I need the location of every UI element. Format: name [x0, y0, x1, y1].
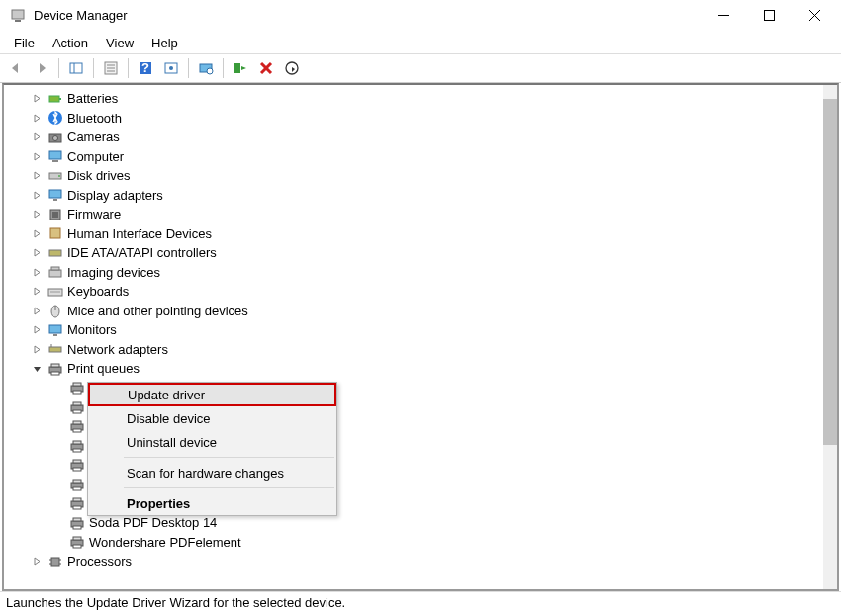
expand-icon[interactable]: [30, 226, 44, 240]
svg-rect-54: [73, 402, 81, 405]
printer-icon: [69, 495, 85, 511]
svg-rect-69: [73, 498, 81, 501]
uninstall-device-button[interactable]: [254, 56, 278, 80]
svg-rect-61: [73, 449, 81, 452]
tree-category[interactable]: Bluetooth: [30, 109, 823, 129]
show-hide-tree-button[interactable]: [64, 56, 88, 80]
expand-icon[interactable]: [30, 265, 44, 279]
tree-category[interactable]: Cameras: [30, 128, 823, 147]
svg-rect-23: [59, 98, 61, 100]
bluetooth-icon: [47, 110, 63, 126]
tree-category[interactable]: Disk drives: [30, 166, 823, 186]
category-label: Disk drives: [67, 168, 131, 183]
tree-device[interactable]: Wondershare PDFelement: [30, 533, 823, 553]
expand-icon[interactable]: [30, 304, 44, 317]
expand-icon[interactable]: [30, 342, 44, 356]
device-tree-panel: BatteriesBluetoothCamerasComputerDisk dr…: [2, 83, 839, 591]
svg-rect-3: [764, 11, 774, 21]
tree-category[interactable]: Keyboards: [30, 282, 823, 302]
scan-hardware-button[interactable]: [194, 56, 218, 80]
action-button[interactable]: [159, 56, 183, 80]
spacer: [51, 419, 65, 433]
close-button[interactable]: [792, 1, 837, 31]
tree-category[interactable]: Network adapters: [30, 340, 823, 360]
category-label: Display adapters: [67, 188, 163, 203]
expand-icon[interactable]: [30, 208, 44, 221]
expand-icon[interactable]: [30, 92, 44, 106]
tree-category[interactable]: Mice and other pointing devices: [30, 302, 823, 321]
minimize-button[interactable]: [701, 1, 746, 31]
category-label: Batteries: [67, 91, 118, 106]
svg-rect-70: [73, 506, 81, 509]
expand-icon[interactable]: [30, 188, 44, 202]
spacer: [51, 458, 65, 472]
svg-rect-22: [49, 96, 59, 102]
expand-icon[interactable]: [30, 323, 44, 337]
svg-point-26: [53, 135, 58, 140]
hid-icon: [47, 225, 63, 241]
spacer: [51, 496, 65, 510]
statusbar: Launches the Update Driver Wizard for th…: [0, 591, 841, 613]
expand-icon[interactable]: [30, 111, 44, 125]
menu-help[interactable]: Help: [143, 34, 186, 52]
expand-icon[interactable]: [30, 246, 44, 260]
enable-device-button[interactable]: [229, 56, 252, 80]
toolbar-separator: [188, 58, 189, 78]
printer-icon: [47, 361, 63, 377]
menu-action[interactable]: Action: [45, 34, 96, 52]
svg-rect-57: [73, 421, 81, 424]
expand-icon[interactable]: [30, 169, 44, 183]
context-menu-item[interactable]: Scan for hardware changes: [88, 461, 336, 484]
svg-rect-36: [49, 250, 61, 256]
expand-icon[interactable]: [30, 149, 44, 163]
menu-view[interactable]: View: [98, 34, 141, 52]
expand-icon[interactable]: [30, 285, 44, 299]
help-button[interactable]: ?: [134, 56, 157, 80]
tree-category[interactable]: IDE ATA/ATAPI controllers: [30, 243, 823, 263]
disk-icon: [47, 168, 63, 184]
context-menu-item[interactable]: Uninstall device: [88, 430, 336, 454]
back-button[interactable]: [4, 56, 28, 80]
context-menu-item[interactable]: Update driver: [88, 383, 336, 406]
category-label: Cameras: [67, 130, 120, 144]
category-label: Bluetooth: [67, 111, 122, 126]
svg-rect-45: [49, 347, 61, 352]
cpu-icon: [47, 554, 63, 570]
forward-button[interactable]: [30, 56, 53, 80]
printer-icon: [69, 418, 85, 434]
svg-rect-28: [52, 160, 58, 162]
tree-category[interactable]: Human Interface Devices: [30, 224, 823, 244]
scrollbar-thumb[interactable]: [823, 99, 837, 445]
svg-rect-27: [49, 151, 61, 159]
expand-icon[interactable]: [30, 555, 44, 569]
tree-category[interactable]: Monitors: [30, 320, 823, 340]
ide-icon: [47, 245, 63, 261]
expand-icon[interactable]: [30, 131, 44, 144]
tree-category[interactable]: Imaging devices: [30, 263, 823, 283]
update-driver-button[interactable]: [280, 56, 304, 80]
printer-icon: [69, 515, 85, 531]
toolbar-separator: [58, 58, 59, 78]
tree-category[interactable]: Firmware: [30, 205, 823, 224]
collapse-icon[interactable]: [30, 362, 44, 376]
tree-category[interactable]: Display adapters: [30, 186, 823, 206]
toolbar-separator: [93, 58, 94, 78]
printer-icon: [69, 380, 85, 396]
context-menu-item[interactable]: Properties: [88, 491, 336, 515]
tree-category[interactable]: Print queues: [30, 359, 823, 379]
svg-rect-66: [73, 480, 81, 483]
network-icon: [47, 341, 63, 357]
menu-file[interactable]: File: [6, 34, 43, 52]
tree-category[interactable]: Processors: [30, 552, 823, 572]
menubar: File Action View Help: [0, 32, 841, 53]
vertical-scrollbar[interactable]: [823, 85, 837, 589]
svg-rect-44: [53, 334, 57, 336]
printer-icon: [69, 534, 85, 550]
category-label: Human Interface Devices: [67, 226, 212, 241]
properties-button[interactable]: [99, 56, 123, 80]
tree-category[interactable]: Computer: [30, 147, 823, 167]
context-menu-item[interactable]: Disable device: [88, 406, 336, 430]
context-menu-separator: [124, 487, 334, 488]
tree-category[interactable]: Batteries: [30, 89, 823, 109]
maximize-button[interactable]: [746, 1, 792, 31]
